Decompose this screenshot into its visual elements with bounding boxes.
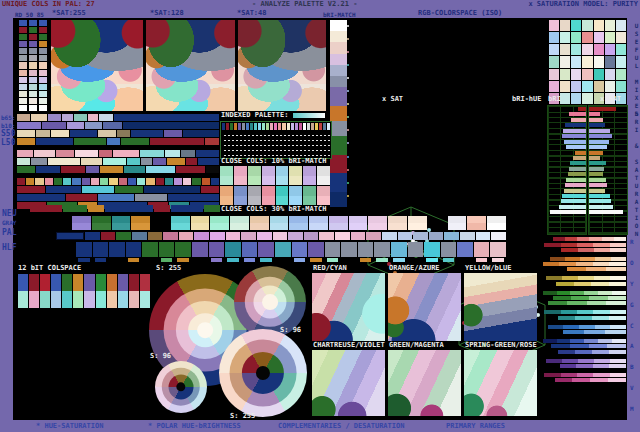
brightness-scale-strip (330, 20, 347, 207)
polar-s255b-label: S: 255 (230, 412, 255, 421)
strip-row-mix-3 (17, 166, 219, 173)
strip-row-b10 (17, 122, 219, 129)
sat255-label: *SAT:255 (52, 9, 86, 18)
row-label-pal: PAL (2, 228, 16, 237)
mini-strip-3 (39, 20, 47, 111)
footer-complementaries: COMPLEMENTARIES / DESATURATION (278, 422, 404, 431)
close-cols-10-row-2 (220, 186, 330, 205)
close-cols-30-pair-row (72, 216, 506, 230)
sub-title-bar: RD 50 85 *SAT:255 *SAT:128 *SAT:48 bRI-M… (0, 9, 640, 18)
primary-ranges-strips (541, 236, 626, 418)
colspace-strip (18, 274, 150, 308)
close-cols-10-row-1 (220, 166, 330, 185)
close-cols-10-title: CLOSE COLS: 10% bRI-MATCH (221, 157, 326, 166)
primary-letter-y: Y (630, 280, 634, 287)
footer-bar: * HUE-SATURATION * POLAR HUE-bRIGHTNESS … (0, 420, 640, 432)
strip-row-l50 (17, 138, 219, 145)
primary-letter-r: R (630, 238, 634, 245)
sat48-label: *SAT:48 (237, 9, 267, 18)
palette-gradient-chip (293, 113, 325, 118)
comp-label-springgreen-rose: SPRING-GREEN/ROSE (465, 341, 537, 350)
footer-primary-ranges: PRIMARY RANGES (446, 422, 505, 431)
saturation-model-label: x SATURATION MODEL: PURITY (528, 0, 638, 9)
bri-saturation-vertical-label: bRI & SATURATION (630, 110, 640, 234)
polar-circle-s96-bottom (155, 361, 207, 413)
xsat-histogram (588, 105, 628, 235)
strip-row-b65 (17, 114, 219, 121)
indexed-palette-box (220, 121, 332, 159)
footer-polar-hue-brightness: * POLAR HUE-bRIGHTNESS (148, 422, 241, 431)
dark-summary-strip (30, 205, 220, 212)
strip-row-mix-2 (17, 158, 219, 165)
unique-cols-count: UNIQUE COLS IN PAL: 27 (2, 0, 95, 9)
row-label-b10: b10: (1, 122, 15, 129)
row-label-b65: b65: (1, 114, 15, 121)
polar-s255a-label: S: 255 (156, 264, 181, 273)
comp-label-green-magenta: GREEN/MAGENTA (389, 341, 444, 350)
comp-label-yellow-blue: YELLOW/bLUE (465, 264, 511, 273)
empty-palette-slots (222, 131, 330, 157)
app-title: - ANALYZE PALETTE V2.21 - (252, 0, 357, 9)
comp-panel-springgreen-rose (464, 350, 537, 416)
useful-mixes-grid (549, 20, 626, 104)
sat48-blob-panel (238, 20, 326, 111)
polar-s96b-label: S: 96 (150, 352, 171, 361)
comp-label-chartreuse-violet: CHARTREUSE/VIOLET (313, 341, 385, 350)
row-label-l50: L50 (1, 138, 15, 147)
primary-letter-g: G (630, 301, 634, 308)
primary-letter-c: C (630, 322, 634, 329)
title-bar: UNIQUE COLS IN PAL: 27 - ANALYZE PALETTE… (0, 0, 640, 9)
primary-letter-o: O (630, 259, 634, 266)
bri-hue-title: bRI-hUE (512, 95, 542, 104)
strip-row-s50 (17, 130, 219, 137)
mini-strip-2 (29, 20, 37, 111)
sat255-blob-panel (51, 20, 143, 111)
row-label-s50: S50 (1, 129, 15, 138)
footer-hue-saturation: * HUE-SATURATION (36, 422, 103, 431)
sat128-blob-panel (146, 20, 235, 111)
prefix-label: RD 50 85 (15, 11, 44, 18)
primary-letter-a: A (630, 342, 634, 349)
indexed-palette-title: INDEXED PALETTE: (221, 111, 288, 120)
indexed-palette-row (221, 122, 331, 131)
comp-panel-orange-azure (388, 273, 461, 341)
strip-row-dark-2 (17, 194, 219, 201)
strip-row-mix-1 (17, 150, 219, 157)
polar-circle-s255-bottom (219, 329, 307, 417)
comp-panel-green-magenta (388, 350, 461, 416)
bri-histogram-title: bRI (548, 95, 561, 104)
colspace-title: 12 bIT COLSPACE (18, 264, 81, 273)
primary-letter-v: V (630, 384, 634, 391)
useful-mixes-vertical-label: USEFUL MIXES (630, 22, 640, 108)
bri-match-label: bRI-MATCH (323, 11, 356, 18)
comp-label-red-cyan: RED/CYAN (313, 264, 347, 273)
comp-panel-yellow-blue (464, 273, 537, 341)
primary-letters-column: R O Y G C A B V M (630, 238, 634, 412)
comp-label-orange-azure: ORANGE/AZURE (389, 264, 440, 273)
strip-row-rainbow (17, 178, 219, 185)
comp-panel-red-cyan (312, 273, 385, 341)
row-label-gray: GRAY (2, 219, 16, 226)
rgb-colorspace-label: RGB-COLORSPACE (ISO) (418, 9, 502, 18)
xsat-scatter-title: x SAT (382, 95, 403, 104)
bri-histogram (547, 105, 587, 235)
close-cols-30-title: CLOSE COLS: 30% bRI-MATCH (221, 205, 326, 214)
xsat-histogram-title: x SAT (600, 95, 621, 104)
mini-strip-1 (19, 20, 27, 111)
pal-swatch-row (56, 232, 506, 240)
primary-letter-b: B (630, 363, 634, 370)
palette-analyzer-screen: UNIQUE COLS IN PAL: 27 - ANALYZE PALETTE… (0, 0, 640, 432)
row-label-neu: NEU (2, 209, 16, 218)
hlf-swatch-row (76, 242, 506, 262)
comp-panel-chartreuse-violet (312, 350, 385, 416)
sat128-label: *SAT:128 (150, 9, 184, 18)
row-label-hlf: HLF (2, 243, 16, 252)
primary-letter-m: M (630, 405, 634, 412)
strip-row-dark-1 (17, 186, 219, 193)
